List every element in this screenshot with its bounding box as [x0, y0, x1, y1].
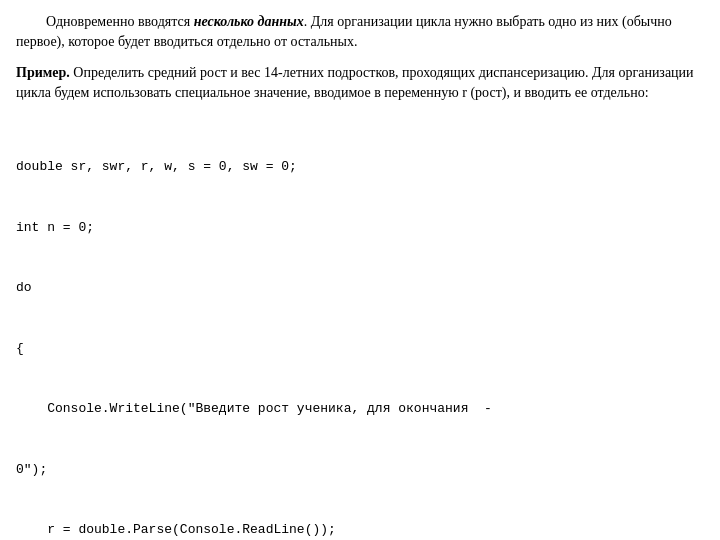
code-line-6: 0"); [16, 460, 704, 480]
intro-paragraph: Одновременно вводятся несколько данных. … [16, 12, 704, 53]
example-text: Определить средний рост и вес 14-летних … [16, 65, 694, 100]
code-line-4: { [16, 339, 704, 359]
code-line-3: do [16, 278, 704, 298]
intro-text-before: Одновременно вводятся [46, 14, 194, 29]
code-line-5: Console.WriteLine("Введите рост ученика,… [16, 399, 704, 419]
code-block: double sr, swr, r, w, s = 0, sw = 0; int… [16, 117, 704, 540]
code-line-2: int n = 0; [16, 218, 704, 238]
code-line-7: r = double.Parse(Console.ReadLine()); [16, 520, 704, 540]
code-line-1: double sr, swr, r, w, s = 0, sw = 0; [16, 157, 704, 177]
bold-italic-text: несколько данных [194, 14, 304, 29]
example-paragraph: Пример. Определить средний рост и вес 14… [16, 63, 704, 104]
example-label: Пример. [16, 65, 70, 80]
